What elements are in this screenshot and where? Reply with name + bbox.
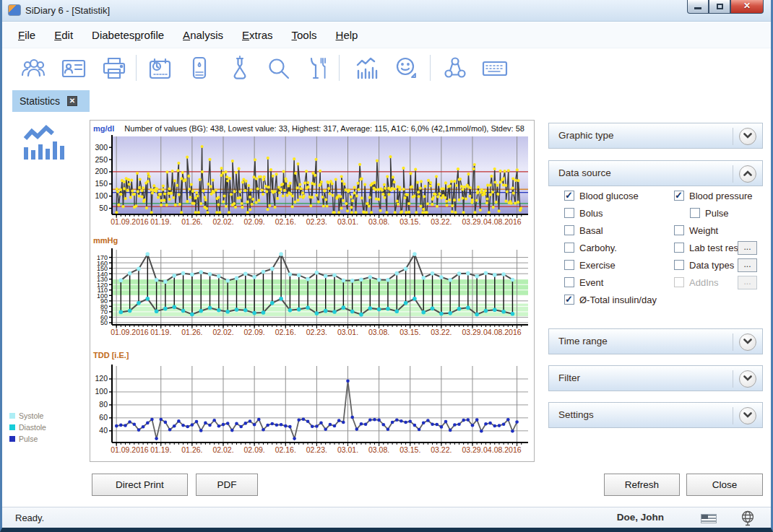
checkbox-total-insulin[interactable]: Ø-Total insulin/day xyxy=(564,293,657,306)
checkbox-icon[interactable] xyxy=(690,208,700,218)
systole-swatch xyxy=(9,413,15,419)
chevron-down-icon[interactable] xyxy=(739,370,756,388)
menu-diabetesprofile[interactable]: Diabetesprofile xyxy=(92,29,164,41)
svg-text:01.26.: 01.26. xyxy=(181,328,202,336)
chevron-up-icon[interactable] xyxy=(739,165,756,183)
checkbox-icon[interactable] xyxy=(564,295,574,305)
chevron-down-icon[interactable] xyxy=(739,407,756,424)
maximize-button[interactable] xyxy=(709,0,730,14)
checkbox-icon[interactable] xyxy=(674,260,684,270)
checkbox-data-types[interactable]: Data types xyxy=(674,258,734,271)
close-window-button[interactable]: ✕ xyxy=(730,0,764,14)
minimize-button[interactable] xyxy=(687,0,709,14)
checkbox-blood-pressure[interactable]: Blood pressure xyxy=(674,189,752,202)
checkbox-icon[interactable] xyxy=(564,260,574,270)
menu-edit[interactable]: Edit xyxy=(54,29,73,41)
contact-card-icon[interactable] xyxy=(60,55,87,82)
tab-close-button[interactable]: ✕ xyxy=(67,96,77,106)
chevron-down-icon[interactable] xyxy=(739,333,756,351)
svg-text:02.16.: 02.16. xyxy=(275,217,296,226)
svg-text:40: 40 xyxy=(99,426,108,435)
svg-text:150: 150 xyxy=(95,179,108,188)
menu-extras[interactable]: Extras xyxy=(242,29,273,41)
legend-item-pulse: Pulse xyxy=(9,435,46,443)
checkbox-icon[interactable] xyxy=(564,208,574,218)
close-button[interactable]: Close xyxy=(686,474,763,496)
checkbox-pulse[interactable]: Pulse xyxy=(690,206,729,219)
svg-text:02.09.: 02.09. xyxy=(244,217,265,226)
diastole-swatch xyxy=(9,424,15,430)
nutrition-icon[interactable] xyxy=(304,55,332,82)
patients-icon[interactable] xyxy=(20,55,47,82)
statistics-icon[interactable] xyxy=(353,55,381,82)
menu-bar: File Edit Diabetesprofile Analysis Extra… xyxy=(2,22,771,48)
toolbar-separator xyxy=(339,55,340,81)
menu-help[interactable]: Help xyxy=(336,29,358,41)
checkbox-exercise[interactable]: Exercise xyxy=(564,258,616,271)
checkbox-weight[interactable]: Weight xyxy=(674,224,718,237)
svg-text:02.09.: 02.09. xyxy=(244,328,265,336)
checkbox-basal[interactable]: Basal xyxy=(564,224,603,237)
menu-tools[interactable]: Tools xyxy=(292,29,317,41)
svg-text:03.22.: 03.22. xyxy=(431,217,452,226)
checkbox-icon[interactable] xyxy=(674,191,684,201)
pdf-button[interactable]: PDF xyxy=(196,474,258,496)
language-flag-icon[interactable] xyxy=(701,514,717,523)
section-filter[interactable]: Filter xyxy=(548,365,763,391)
checkbox-icon[interactable] xyxy=(564,243,574,253)
svg-text:03.01.: 03.01. xyxy=(337,328,358,336)
section-data-source[interactable]: Data source xyxy=(548,160,763,186)
checkbox-icon[interactable] xyxy=(674,225,684,235)
data-types-more-button[interactable]: ... xyxy=(738,258,757,272)
print-icon[interactable] xyxy=(100,55,128,82)
search-icon[interactable] xyxy=(265,55,293,82)
checkbox-event[interactable]: Event xyxy=(564,276,603,289)
section-graphic-type[interactable]: Graphic type xyxy=(548,123,763,149)
svg-text:60: 60 xyxy=(99,413,108,422)
schedule-icon[interactable] xyxy=(147,55,174,82)
menu-file[interactable]: File xyxy=(18,29,35,41)
svg-text:02.23.: 02.23. xyxy=(306,328,327,336)
menu-analysis[interactable]: Analysis xyxy=(183,29,223,41)
svg-text:01.19.: 01.19. xyxy=(150,217,171,226)
refresh-button[interactable]: Refresh xyxy=(604,474,680,496)
checkbox-bolus[interactable]: Bolus xyxy=(564,206,603,219)
svg-text:01.26.: 01.26. xyxy=(181,217,202,226)
toolbar: Tell a friend > xyxy=(2,49,771,90)
lab-test-more-button[interactable]: ... xyxy=(738,241,757,255)
svg-text:03.08.: 03.08. xyxy=(368,217,389,226)
checkbox-carbohy[interactable]: Carbohy. xyxy=(564,241,617,254)
legend-item-diastole: Diastole xyxy=(9,423,46,432)
globe-icon[interactable] xyxy=(740,510,755,529)
checkbox-blood-glucose[interactable]: Blood glucose xyxy=(564,189,639,202)
checkbox-lab-test-results[interactable]: Lab test resu xyxy=(674,241,743,254)
keyboard-icon[interactable] xyxy=(481,55,509,82)
svg-text:02.02.: 02.02. xyxy=(212,217,233,226)
svg-text:100: 100 xyxy=(95,191,108,200)
checkbox-icon[interactable] xyxy=(564,225,574,235)
bp-unit-label: mmHg xyxy=(93,236,118,245)
svg-text:03.15.: 03.15. xyxy=(400,328,420,336)
blood-glucose-chart: mg/dl Number of values (BG): 438, Lowest… xyxy=(90,122,534,232)
device-icon[interactable] xyxy=(186,55,213,82)
checkbox-icon[interactable] xyxy=(564,191,574,201)
chart-panel: mg/dl Number of values (BG): 438, Lowest… xyxy=(90,120,535,462)
direct-print-button[interactable]: Direct Print xyxy=(92,474,188,496)
section-time-range[interactable]: Time range xyxy=(548,328,763,354)
lab-flask-icon[interactable] xyxy=(226,55,254,82)
section-settings[interactable]: Settings xyxy=(548,402,763,428)
bg-stats-text: Number of values (BG): 438, Lowest value… xyxy=(124,124,524,133)
blood-pressure-chart: mmHg 50607080901001101201301401501601700… xyxy=(90,234,534,348)
toolbar-separator xyxy=(430,55,431,81)
chevron-down-icon[interactable] xyxy=(739,128,756,145)
checkbox-icon[interactable] xyxy=(674,243,684,253)
checkbox-icon[interactable] xyxy=(564,277,574,287)
maximize-icon xyxy=(717,4,723,9)
share-icon[interactable] xyxy=(441,55,469,82)
svg-text:01.19.: 01.19. xyxy=(150,445,171,454)
wellbeing-icon[interactable] xyxy=(393,55,420,82)
bp-legend: Systole Diastole Pulse xyxy=(9,411,46,446)
minimize-icon xyxy=(694,7,701,9)
tab-statistics[interactable]: Statistics ✕ xyxy=(12,90,90,112)
tab-label: Statistics xyxy=(20,95,60,107)
